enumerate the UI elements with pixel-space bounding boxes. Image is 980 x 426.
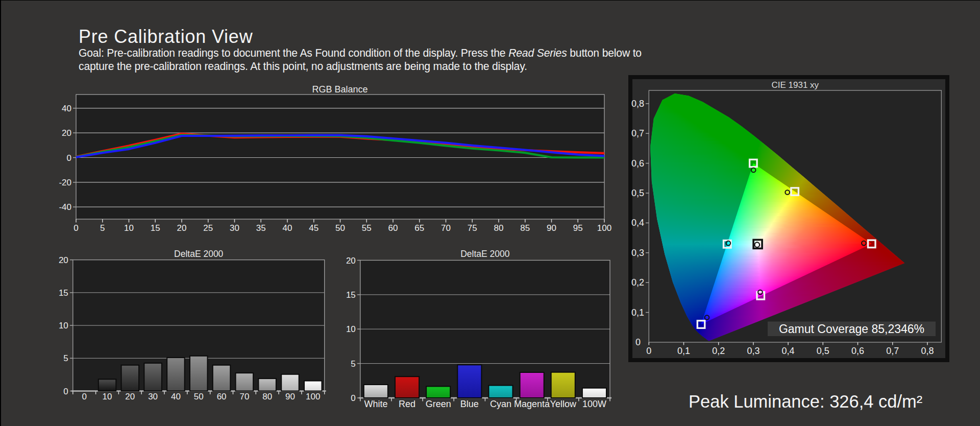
svg-text:40: 40 (171, 392, 181, 401)
svg-text:Red: Red (399, 399, 415, 409)
svg-text:15: 15 (59, 288, 68, 298)
svg-text:25: 25 (203, 223, 213, 233)
svg-text:0,7: 0,7 (631, 128, 644, 138)
svg-text:0: 0 (63, 387, 68, 396)
svg-text:75: 75 (468, 223, 477, 233)
svg-text:0: 0 (82, 392, 86, 401)
svg-text:Blue: Blue (460, 399, 479, 409)
svg-text:0,3: 0,3 (631, 248, 644, 258)
svg-text:0,8: 0,8 (921, 346, 934, 356)
svg-text:White: White (364, 399, 387, 409)
svg-text:85: 85 (520, 223, 530, 233)
svg-text:20: 20 (177, 223, 187, 233)
svg-text:50: 50 (335, 223, 345, 233)
svg-text:100: 100 (597, 223, 611, 233)
svg-text:-40: -40 (59, 202, 71, 212)
svg-text:5: 5 (100, 223, 105, 233)
svg-text:0,2: 0,2 (631, 277, 644, 288)
svg-text:RGB Balance: RGB Balance (312, 84, 368, 94)
svg-text:90: 90 (547, 223, 556, 233)
svg-text:60: 60 (388, 223, 398, 233)
svg-text:80: 80 (494, 223, 504, 233)
svg-text:35: 35 (256, 223, 266, 233)
svg-text:15: 15 (346, 290, 356, 300)
svg-text:Cyan: Cyan (490, 399, 511, 409)
svg-text:0,8: 0,8 (631, 99, 644, 109)
svg-text:100W: 100W (582, 399, 606, 409)
svg-text:CIE 1931 xy: CIE 1931 xy (771, 80, 819, 90)
svg-text:-20: -20 (59, 178, 71, 187)
svg-text:65: 65 (414, 223, 424, 233)
svg-text:100: 100 (306, 392, 320, 401)
svg-text:55: 55 (362, 223, 372, 233)
svg-text:20: 20 (125, 392, 135, 401)
svg-text:0,3: 0,3 (747, 346, 760, 356)
svg-text:45: 45 (309, 223, 318, 233)
svg-text:0: 0 (67, 153, 71, 163)
svg-text:0: 0 (351, 393, 355, 403)
svg-text:0,6: 0,6 (631, 158, 644, 169)
svg-text:5: 5 (63, 353, 68, 363)
svg-text:20: 20 (59, 255, 68, 265)
svg-text:90: 90 (285, 392, 295, 401)
svg-text:0,6: 0,6 (851, 346, 864, 356)
svg-text:Gamut Coverage 85,2346%: Gamut Coverage 85,2346% (779, 322, 924, 336)
svg-text:0,2: 0,2 (712, 346, 725, 356)
svg-text:30: 30 (230, 223, 239, 233)
svg-text:40: 40 (62, 104, 71, 113)
svg-text:0: 0 (646, 346, 651, 356)
svg-text:70: 70 (441, 223, 451, 233)
svg-text:Yellow: Yellow (550, 399, 577, 409)
svg-text:40: 40 (283, 223, 292, 233)
svg-text:Green: Green (426, 399, 451, 409)
svg-text:0,5: 0,5 (817, 346, 829, 356)
svg-text:30: 30 (148, 392, 158, 401)
svg-text:20: 20 (62, 128, 71, 138)
svg-text:20: 20 (346, 256, 356, 266)
svg-text:60: 60 (217, 392, 227, 401)
svg-text:80: 80 (262, 392, 272, 401)
svg-text:10: 10 (103, 392, 112, 401)
svg-text:95: 95 (573, 223, 583, 233)
svg-text:DeltaE 2000: DeltaE 2000 (174, 249, 224, 259)
svg-text:70: 70 (239, 392, 249, 401)
svg-text:0,4: 0,4 (631, 218, 644, 228)
svg-text:DeltaE 2000: DeltaE 2000 (460, 249, 510, 259)
svg-text:0,5: 0,5 (631, 188, 644, 198)
svg-text:0: 0 (635, 337, 641, 347)
svg-text:0,1: 0,1 (677, 346, 690, 356)
svg-text:0,1: 0,1 (631, 307, 644, 318)
svg-text:0: 0 (74, 223, 78, 233)
svg-text:0,4: 0,4 (782, 346, 795, 356)
svg-text:15: 15 (151, 223, 160, 233)
svg-text:10: 10 (346, 324, 356, 334)
svg-text:10: 10 (59, 321, 68, 330)
svg-text:5: 5 (351, 359, 355, 369)
svg-text:50: 50 (194, 392, 204, 401)
svg-text:0,7: 0,7 (886, 346, 899, 356)
svg-text:Magenta: Magenta (514, 399, 550, 409)
svg-text:10: 10 (124, 223, 134, 233)
